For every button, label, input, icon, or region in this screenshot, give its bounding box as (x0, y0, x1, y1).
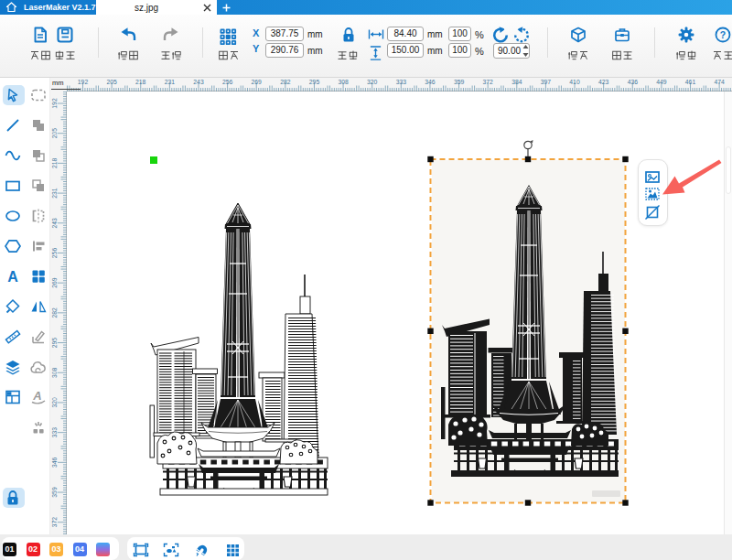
svg-text:218: 218 (135, 79, 146, 85)
svg-text:295: 295 (309, 79, 320, 85)
svg-text:423: 423 (598, 79, 609, 85)
svg-text:A: A (7, 269, 18, 285)
svg-text:282: 282 (51, 307, 58, 318)
svg-text:397: 397 (541, 79, 552, 85)
svg-text:436: 436 (628, 79, 639, 85)
svg-text:308: 308 (338, 79, 349, 85)
svg-text:A: A (32, 389, 41, 403)
svg-text:333: 333 (396, 79, 407, 85)
svg-text:256: 256 (51, 248, 58, 259)
svg-text:243: 243 (193, 79, 204, 85)
svg-text:295: 295 (51, 338, 58, 349)
svg-text:205: 205 (106, 79, 117, 85)
svg-text:?: ? (720, 29, 726, 40)
svg-text:269: 269 (51, 277, 58, 288)
svg-text:359: 359 (454, 79, 465, 85)
svg-text:410: 410 (569, 79, 580, 85)
svg-text:449: 449 (656, 79, 667, 85)
svg-text:269: 269 (252, 79, 263, 85)
svg-text:359: 359 (51, 487, 58, 498)
svg-text:384: 384 (511, 79, 522, 85)
svg-text:256: 256 (222, 79, 233, 85)
svg-text:320: 320 (51, 397, 58, 408)
svg-text:243: 243 (51, 218, 58, 229)
svg-text:231: 231 (51, 188, 58, 199)
svg-text:205: 205 (51, 128, 58, 139)
svg-text:461: 461 (685, 79, 696, 85)
svg-text:333: 333 (51, 427, 58, 438)
svg-text:192: 192 (51, 98, 58, 109)
svg-text:231: 231 (165, 79, 176, 85)
svg-text:218: 218 (51, 158, 58, 169)
svg-text:282: 282 (280, 79, 291, 85)
svg-text:474: 474 (714, 79, 725, 85)
svg-text:346: 346 (51, 457, 58, 468)
svg-text:320: 320 (367, 79, 378, 85)
svg-text:372: 372 (483, 79, 494, 85)
svg-text:346: 346 (425, 79, 436, 85)
svg-text:192: 192 (78, 79, 89, 85)
svg-text:308: 308 (51, 367, 58, 378)
svg-text:372: 372 (51, 517, 58, 528)
